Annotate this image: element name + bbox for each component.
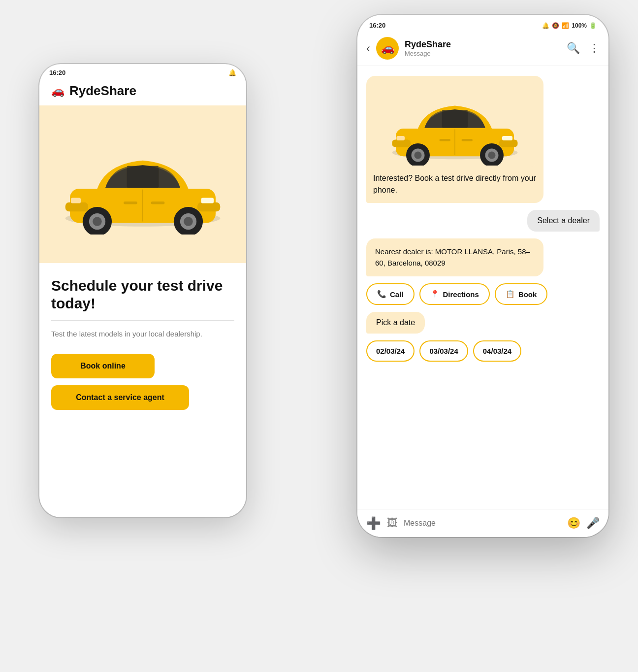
book-icon: 📋 xyxy=(506,290,515,299)
book-button[interactable]: 📋 Book xyxy=(495,283,548,305)
date-chip-1[interactable]: 02/03/24 xyxy=(366,340,415,362)
left-status-icons: 🔔 xyxy=(228,69,236,76)
svg-rect-15 xyxy=(151,202,165,204)
user-bubble-select-dealer: Select a dealer xyxy=(527,210,600,232)
svg-rect-22 xyxy=(397,136,405,140)
book-label: Book xyxy=(518,290,537,299)
date-chip-3[interactable]: 04/03/24 xyxy=(473,340,521,362)
action-buttons-row: 📞 Call 📍 Directions 📋 Book xyxy=(366,283,547,305)
chat-contact-name: RydeShare xyxy=(405,39,561,50)
subtext: Test the latest models in your local dea… xyxy=(51,329,234,340)
svg-rect-31 xyxy=(462,139,473,141)
emoji-icon[interactable]: 😊 xyxy=(567,517,580,530)
svg-rect-21 xyxy=(502,136,512,140)
call-label: Call xyxy=(390,290,404,299)
mic-icon[interactable]: 🎤 xyxy=(586,517,600,530)
chat-avatar: 🚗 xyxy=(376,37,399,60)
directions-icon: 📍 xyxy=(430,290,440,299)
car-image-in-bubble xyxy=(373,83,537,167)
back-arrow-icon[interactable]: ‹ xyxy=(366,41,370,55)
app-logo-icon: 🚗 xyxy=(51,85,64,98)
svg-rect-5 xyxy=(201,198,214,203)
search-icon[interactable]: 🔍 xyxy=(567,42,580,55)
app-name-label: RydeShare xyxy=(69,83,136,99)
message-input[interactable] xyxy=(404,519,561,528)
directions-button[interactable]: 📍 Directions xyxy=(419,283,490,305)
chat-header-actions: 🔍 ⋮ xyxy=(567,42,600,55)
contact-agent-button[interactable]: Contact a service agent xyxy=(51,385,189,410)
svg-rect-6 xyxy=(71,198,81,203)
chat-body: Interested? Book a test drive directly f… xyxy=(357,66,608,509)
svg-point-25 xyxy=(415,151,422,159)
svg-rect-4 xyxy=(65,202,88,212)
chat-contact-sub: Message xyxy=(405,50,561,57)
bot-card-bubble: Interested? Book a test drive directly f… xyxy=(366,76,543,203)
bot-card-text: Interested? Book a test drive directly f… xyxy=(373,172,537,196)
svg-rect-3 xyxy=(197,202,220,212)
svg-rect-19 xyxy=(499,139,518,147)
call-button[interactable]: 📞 Call xyxy=(366,283,415,305)
headline: Schedule your test drive today! xyxy=(51,277,234,312)
car-illustration-right xyxy=(381,84,529,166)
add-icon[interactable]: ➕ xyxy=(366,516,381,530)
chat-header: ‹ 🚗 RydeShare Message 🔍 ⋮ xyxy=(357,32,608,66)
svg-rect-14 xyxy=(124,202,137,204)
svg-point-9 xyxy=(93,217,102,227)
book-online-button[interactable]: Book online xyxy=(51,354,155,378)
chat-input-bar: ➕ 🖼 😊 🎤 xyxy=(357,509,608,537)
svg-rect-18 xyxy=(442,110,468,128)
svg-rect-30 xyxy=(440,139,451,141)
right-time: 16:20 xyxy=(369,22,385,29)
car-illustration-left xyxy=(52,134,234,235)
bot-dealer-bubble: Nearest dealer is: MOTOR LLANSA, Paris, … xyxy=(366,238,543,276)
hero-banner xyxy=(39,105,246,263)
date-chip-2[interactable]: 03/03/24 xyxy=(419,340,468,362)
date-chips-row: 02/03/24 03/03/24 04/03/24 xyxy=(366,340,521,362)
svg-point-12 xyxy=(184,217,193,227)
svg-point-28 xyxy=(488,151,496,159)
left-time: 16:20 xyxy=(49,69,65,76)
directions-label: Directions xyxy=(443,290,479,299)
more-options-icon[interactable]: ⋮ xyxy=(589,42,600,55)
image-icon[interactable]: 🖼 xyxy=(387,517,398,530)
pick-date-bubble: Pick a date xyxy=(366,312,425,334)
svg-rect-2 xyxy=(127,166,159,188)
svg-rect-20 xyxy=(392,139,411,147)
call-icon: 📞 xyxy=(377,290,386,299)
left-status-bar: 16:20 🔔 xyxy=(39,64,246,79)
right-status-icons: 🔔 🔕 📶 100% 🔋 xyxy=(542,22,597,29)
right-status-bar: 16:20 🔔 🔕 📶 100% 🔋 xyxy=(357,15,608,32)
